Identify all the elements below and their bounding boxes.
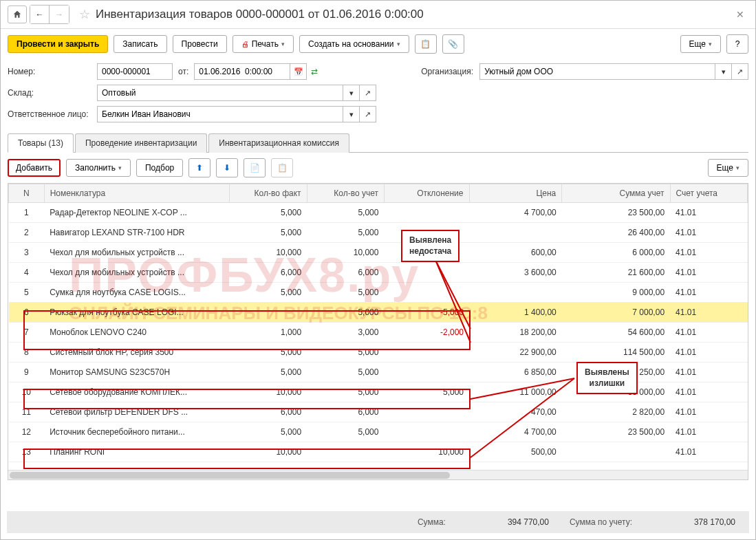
forward-button[interactable]: → — [50, 6, 69, 23]
paperclip-icon: 📎 — [448, 39, 458, 49]
print-button[interactable]: 🖨Печать▾ — [233, 35, 294, 53]
printer-icon: 🖨 — [241, 40, 249, 48]
favorite-icon[interactable]: ☆ — [79, 7, 90, 22]
warehouse-input[interactable] — [97, 85, 343, 101]
col-n[interactable]: N — [9, 184, 45, 203]
number-input[interactable] — [97, 63, 173, 80]
col-sum[interactable]: Сумма учет — [562, 184, 670, 203]
copy-button[interactable]: 📄 — [244, 158, 266, 177]
move-down-button[interactable]: ⬇ — [216, 158, 238, 177]
from-label: от: — [178, 67, 188, 76]
warehouse-open[interactable]: ↗ — [360, 85, 376, 101]
callout-surplus: Выявленыизлишки — [576, 362, 638, 394]
date-input[interactable] — [194, 63, 290, 80]
table-row[interactable]: 13Планинг RONI10,00010,000500,0041.01 — [9, 442, 748, 462]
sum-label: Сумма: — [418, 517, 446, 527]
inventory-table: N Номенклатура Кол-во факт Кол-во учет О… — [8, 184, 748, 462]
table-more-button[interactable]: Еще▾ — [708, 159, 748, 177]
table-row[interactable]: 8Системный блок HP, серия 35005,0005,000… — [9, 343, 748, 363]
org-open[interactable]: ↗ — [732, 63, 748, 80]
back-button[interactable]: ← — [30, 6, 50, 23]
tab-goods[interactable]: Товары (13) — [8, 133, 74, 153]
commit-button[interactable]: Провести — [173, 35, 227, 53]
commit-close-button[interactable]: Провести и закрыть — [8, 35, 108, 53]
responsible-label: Ответственное лицо: — [8, 109, 97, 119]
table-row[interactable]: 6Рюкзак для ноутбука CASE LOGI...5,000-5… — [9, 303, 748, 323]
tab-commission[interactable]: Инвентаризационная комиссия — [208, 133, 349, 153]
paste-button[interactable]: 📋 — [271, 158, 293, 177]
col-nom[interactable]: Номенклатура — [44, 184, 230, 203]
sum-acc-label: Сумма по учету: — [570, 517, 632, 527]
select-button[interactable]: Подбор — [136, 159, 183, 177]
create-from-button[interactable]: Создать на основании▾ — [299, 35, 409, 53]
col-price[interactable]: Цена — [469, 184, 562, 203]
sum-value: 394 770,00 — [466, 517, 549, 527]
save-button[interactable]: Записать — [114, 35, 166, 53]
table-row[interactable]: 12Источник бесперебойного питани...5,000… — [9, 422, 748, 442]
col-dev[interactable]: Отклонение — [384, 184, 469, 203]
col-qf[interactable]: Кол-во факт — [230, 184, 307, 203]
help-button[interactable]: ? — [726, 34, 748, 54]
table-row[interactable]: 7Моноблок LENOVO C2401,0003,000-2,00018 … — [9, 323, 748, 343]
col-qa[interactable]: Кол-во учет — [307, 184, 384, 203]
add-button[interactable]: Добавить — [8, 159, 61, 177]
callout-shortage: Выявленанедостача — [401, 230, 460, 262]
responsible-dropdown[interactable]: ▾ — [343, 106, 360, 122]
org-label: Организация: — [421, 67, 479, 76]
link-icon[interactable]: ⇄ — [311, 67, 318, 76]
close-button[interactable]: ✕ — [732, 8, 748, 21]
home-button[interactable] — [8, 6, 27, 23]
fill-button[interactable]: Заполнить▾ — [66, 159, 131, 177]
responsible-open[interactable]: ↗ — [360, 106, 376, 122]
footer-totals: Сумма: 394 770,00 Сумма по учету: 378 17… — [7, 511, 749, 533]
org-dropdown[interactable]: ▾ — [715, 63, 732, 80]
col-acc[interactable]: Счет учета — [670, 184, 747, 203]
calendar-button[interactable] — [290, 63, 307, 80]
table-row[interactable]: 5Сумка для ноутбука CASE LOGIS...5,0005,… — [9, 283, 748, 303]
more-button[interactable]: Еще▾ — [680, 35, 721, 53]
report-button[interactable]: 📋 — [415, 34, 437, 54]
warehouse-dropdown[interactable]: ▾ — [343, 85, 360, 101]
table-row[interactable]: 3Чехол для мобильных устройств ...10,000… — [9, 243, 748, 263]
table-row[interactable]: 4Чехол для мобильных устройств ...6,0006… — [9, 263, 748, 283]
sum-acc-value: 378 170,00 — [653, 517, 735, 527]
tab-carrying[interactable]: Проведение инвентаризации — [75, 133, 207, 153]
number-label: Номер: — [8, 67, 97, 76]
table-row[interactable]: 2Навигатор LEXAND STR-7100 HDR5,0005,000… — [9, 223, 748, 243]
responsible-input[interactable] — [97, 106, 343, 122]
org-input[interactable] — [479, 63, 715, 80]
table-row[interactable]: 1Радар-Детектор NEOLINE X-COP ...5,0005,… — [9, 203, 748, 223]
move-up-button[interactable]: ⬆ — [188, 158, 210, 177]
attach-button[interactable]: 📎 — [442, 34, 464, 54]
window-title: Инвентаризация товаров 0000-000001 от 01… — [96, 8, 424, 21]
table-row[interactable]: 11Сетевой фильтр DEFENDER DFS ...6,0006,… — [9, 402, 748, 422]
warehouse-label: Склад: — [8, 88, 97, 98]
h-scrollbar[interactable] — [8, 470, 748, 479]
home-icon — [12, 10, 22, 19]
